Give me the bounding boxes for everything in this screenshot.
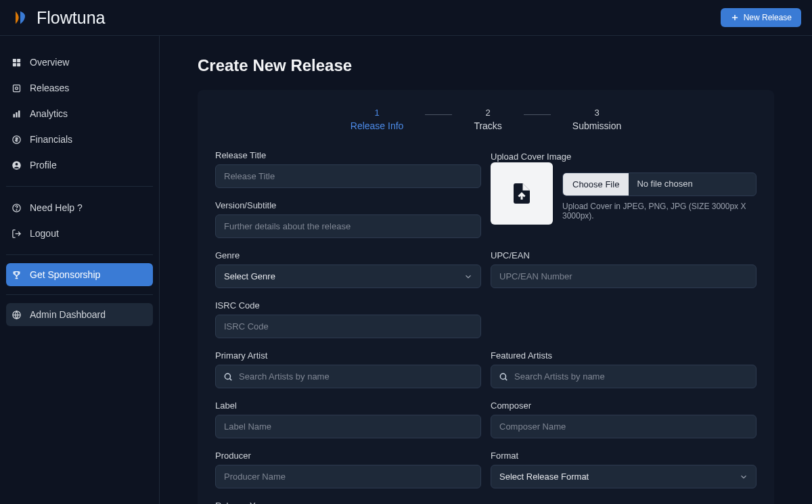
- sidebar-item-label: Financials: [30, 134, 72, 145]
- composer-input[interactable]: [491, 415, 757, 438]
- svg-rect-9: [16, 112, 18, 118]
- step-label: Release Info: [351, 120, 404, 131]
- svg-rect-4: [13, 63, 16, 66]
- header: Flowtuna New Release: [0, 0, 812, 36]
- svg-point-13: [16, 162, 18, 165]
- svg-line-19: [230, 378, 232, 380]
- genre-select[interactable]: Select Genre: [215, 265, 481, 288]
- svg-rect-10: [18, 110, 20, 117]
- release-title-label: Release Title: [215, 150, 481, 160]
- plus-icon: [730, 13, 740, 22]
- layout: Overview Releases Analytics Financials P…: [0, 36, 812, 504]
- user-icon: [12, 160, 22, 170]
- choose-file-button[interactable]: Choose File: [563, 173, 629, 196]
- format-select[interactable]: Select Release Format: [491, 465, 757, 488]
- sidebar-divider: [6, 186, 153, 187]
- format-label: Format: [491, 451, 757, 461]
- svg-point-7: [16, 87, 18, 89]
- sidebar-item-releases[interactable]: Releases: [6, 75, 153, 101]
- sidebar-item-label: Logout: [30, 228, 59, 239]
- sidebar-item-help[interactable]: Need Help ?: [6, 195, 153, 221]
- sidebar-item-overview[interactable]: Overview: [6, 49, 153, 75]
- file-chooser[interactable]: Choose File No file chosen: [562, 173, 757, 196]
- brand-name: Flowtuna: [37, 8, 105, 28]
- help-icon: [12, 203, 22, 213]
- svg-rect-5: [17, 63, 20, 66]
- new-release-button[interactable]: New Release: [721, 8, 801, 27]
- new-release-button-label: New Release: [744, 13, 792, 22]
- primary-artist-input[interactable]: [215, 365, 481, 388]
- upload-cover-label: Upload Cover Image: [491, 152, 571, 162]
- release-title-input[interactable]: [215, 164, 481, 188]
- composer-label: Composer: [491, 400, 757, 411]
- globe-icon: [12, 310, 22, 320]
- file-chooser-text: No file chosen: [629, 173, 756, 196]
- featured-artists-label: Featured Artists: [491, 350, 757, 361]
- step-connector: [524, 114, 551, 115]
- svg-rect-2: [13, 58, 16, 62]
- svg-point-18: [225, 373, 230, 379]
- sidebar-item-analytics[interactable]: Analytics: [6, 101, 153, 127]
- upload-row: Choose File No file chosen Upload Cover …: [491, 162, 757, 225]
- chart-icon: [12, 109, 22, 119]
- file-upload-icon: [510, 181, 534, 206]
- cover-preview[interactable]: [491, 162, 553, 225]
- svg-rect-3: [17, 58, 20, 62]
- step-number: 1: [374, 108, 379, 118]
- search-icon: [223, 372, 233, 382]
- upload-hint: Upload Cover in JPEG, PNG, JPG (SIZE 300…: [562, 202, 757, 221]
- sidebar-item-profile[interactable]: Profile: [6, 152, 153, 178]
- producer-label: Producer: [215, 451, 481, 461]
- sidebar-item-label: Profile: [30, 160, 57, 170]
- label-input[interactable]: [215, 415, 481, 438]
- sidebar-item-financials[interactable]: Financials: [6, 127, 153, 152]
- sidebar-item-logout[interactable]: Logout: [6, 221, 153, 246]
- release-form-card: 1 Release Info 2 Tracks 3 Submission: [198, 90, 774, 504]
- dollar-icon: [12, 135, 22, 145]
- isrc-input[interactable]: [215, 315, 481, 338]
- stepper: 1 Release Info 2 Tracks 3 Submission: [215, 108, 757, 131]
- upc-label: UPC/EAN: [491, 250, 757, 260]
- step-submission[interactable]: 3 Submission: [572, 108, 621, 131]
- step-number: 3: [594, 108, 599, 118]
- search-icon: [499, 372, 508, 382]
- step-label: Tracks: [474, 120, 501, 131]
- sidebar-btn-label: Admin Dashboard: [30, 309, 106, 320]
- logout-icon: [12, 229, 22, 239]
- sidebar-admin-button[interactable]: Admin Dashboard: [6, 303, 153, 326]
- album-icon: [12, 83, 22, 93]
- brand-logo-icon: [11, 8, 30, 27]
- isrc-label: ISRC Code: [215, 300, 481, 311]
- label-label: Label: [215, 400, 481, 411]
- upc-input[interactable]: [491, 265, 757, 288]
- step-tracks[interactable]: 2 Tracks: [474, 108, 501, 131]
- primary-artist-label: Primary Artist: [215, 350, 481, 361]
- step-label: Submission: [572, 120, 621, 131]
- step-release-info[interactable]: 1 Release Info: [351, 108, 404, 131]
- sidebar-btn-label: Get Sponsorship: [30, 269, 100, 280]
- step-number: 2: [486, 108, 491, 118]
- svg-line-21: [505, 378, 508, 380]
- svg-rect-8: [14, 114, 16, 117]
- version-label: Version/Subtitle: [215, 200, 481, 210]
- sidebar-item-label: Releases: [30, 83, 69, 93]
- svg-point-20: [500, 373, 505, 379]
- genre-label: Genre: [215, 250, 481, 260]
- grid-icon: [12, 58, 22, 68]
- page-title: Create New Release: [198, 56, 774, 75]
- step-connector: [425, 114, 452, 115]
- release-year-label: Release Year: [215, 501, 481, 504]
- brand[interactable]: Flowtuna: [11, 8, 105, 28]
- sidebar-item-label: Need Help ?: [30, 202, 83, 213]
- producer-input[interactable]: [215, 465, 481, 488]
- sidebar: Overview Releases Analytics Financials P…: [0, 36, 160, 504]
- version-input[interactable]: [215, 214, 481, 238]
- svg-point-15: [16, 209, 17, 210]
- sidebar-item-label: Overview: [30, 57, 69, 68]
- sidebar-item-label: Analytics: [30, 108, 68, 119]
- main-content: Create New Release 1 Release Info 2 Trac…: [160, 36, 812, 504]
- trophy-icon: [12, 270, 22, 280]
- sidebar-sponsorship-button[interactable]: Get Sponsorship: [6, 263, 153, 286]
- sidebar-divider: [6, 294, 153, 295]
- featured-artists-input[interactable]: [491, 365, 757, 388]
